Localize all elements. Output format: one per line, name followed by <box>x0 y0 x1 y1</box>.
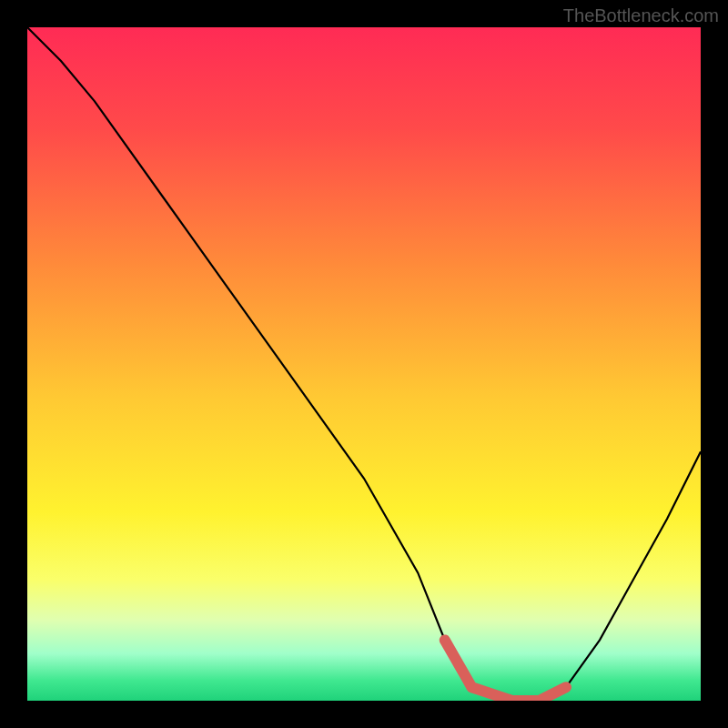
curve-layer <box>27 27 701 701</box>
highlight-segment <box>445 640 566 701</box>
plot-area <box>27 27 701 701</box>
main-curve <box>27 27 701 701</box>
watermark-text: TheBottleneck.com <box>563 5 719 26</box>
